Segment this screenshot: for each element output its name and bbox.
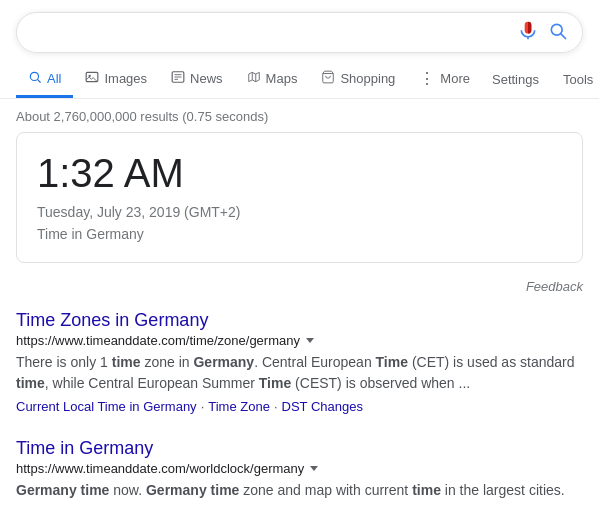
result-1-title[interactable]: Time Zones in Germany (16, 310, 583, 331)
microphone-icon[interactable] (518, 21, 538, 44)
svg-line-1 (561, 34, 566, 39)
result-1-url-row: https://www.timeanddate.com/time/zone/ge… (16, 333, 583, 348)
result-2-url: https://www.timeanddate.com/worldclock/g… (16, 461, 304, 476)
result-1-dropdown-arrow[interactable] (306, 338, 314, 343)
current-time: 1:32 AM (37, 151, 562, 195)
result-1: Time Zones in Germany https://www.timean… (0, 302, 599, 430)
news-tab-icon (171, 70, 185, 87)
nav-right: Settings Tools (482, 64, 599, 95)
search-bar-container: What time is it in Germany? (16, 12, 583, 53)
tab-all[interactable]: All (16, 62, 73, 98)
result-1-sep-1: · (201, 399, 205, 414)
result-1-sep-2: · (274, 399, 278, 414)
more-tab-icon: ⋮ (419, 69, 435, 88)
feedback-link[interactable]: Feedback (526, 279, 583, 294)
tab-all-label: All (47, 71, 61, 86)
tab-maps[interactable]: Maps (235, 62, 310, 98)
result-1-link-dst-changes[interactable]: DST Changes (282, 399, 363, 414)
images-tab-icon (85, 70, 99, 87)
tab-shopping-label: Shopping (340, 71, 395, 86)
time-date-line1: Tuesday, July 23, 2019 (GMT+2) (37, 201, 562, 223)
tab-images[interactable]: Images (73, 62, 159, 98)
result-1-description: There is only 1 time zone in Germany. Ce… (16, 352, 583, 394)
search-input[interactable]: What time is it in Germany? (31, 24, 518, 42)
result-1-link-time-zone[interactable]: Time Zone (208, 399, 270, 414)
tab-images-label: Images (104, 71, 147, 86)
result-2-title[interactable]: Time in Germany (16, 438, 583, 459)
result-1-links: Current Local Time in Germany · Time Zon… (16, 399, 583, 414)
all-tab-icon (28, 70, 42, 87)
settings-link[interactable]: Settings (482, 64, 549, 95)
time-card: 1:32 AM Tuesday, July 23, 2019 (GMT+2) T… (16, 132, 583, 263)
result-2-dropdown-arrow[interactable] (310, 466, 318, 471)
search-icons (518, 21, 568, 44)
tab-more[interactable]: ⋮ More (407, 61, 482, 99)
tab-maps-label: Maps (266, 71, 298, 86)
result-1-link-current-local-time[interactable]: Current Local Time in Germany (16, 399, 197, 414)
result-2: Time in Germany https://www.timeanddate.… (0, 430, 599, 505)
result-1-url: https://www.timeanddate.com/time/zone/ge… (16, 333, 300, 348)
search-bar-area: What time is it in Germany? (0, 0, 599, 53)
time-location-label: Time in Germany (37, 223, 562, 245)
navigation-tabs: All Images News (0, 53, 599, 99)
svg-line-3 (38, 80, 41, 83)
result-2-description: Germany time now. Germany time zone and … (16, 480, 583, 501)
tab-news[interactable]: News (159, 62, 235, 98)
shopping-tab-icon (321, 70, 335, 87)
tab-more-label: More (440, 71, 470, 86)
feedback-row: Feedback (0, 275, 599, 302)
maps-tab-icon (247, 70, 261, 87)
result-2-url-row: https://www.timeanddate.com/worldclock/g… (16, 461, 583, 476)
tab-news-label: News (190, 71, 223, 86)
results-count: About 2,760,000,000 results (0.75 second… (0, 99, 599, 132)
results-count-text: About 2,760,000,000 results (0.75 second… (16, 109, 268, 124)
tab-shopping[interactable]: Shopping (309, 62, 407, 98)
search-submit-icon[interactable] (548, 21, 568, 44)
tools-link[interactable]: Tools (553, 64, 599, 95)
